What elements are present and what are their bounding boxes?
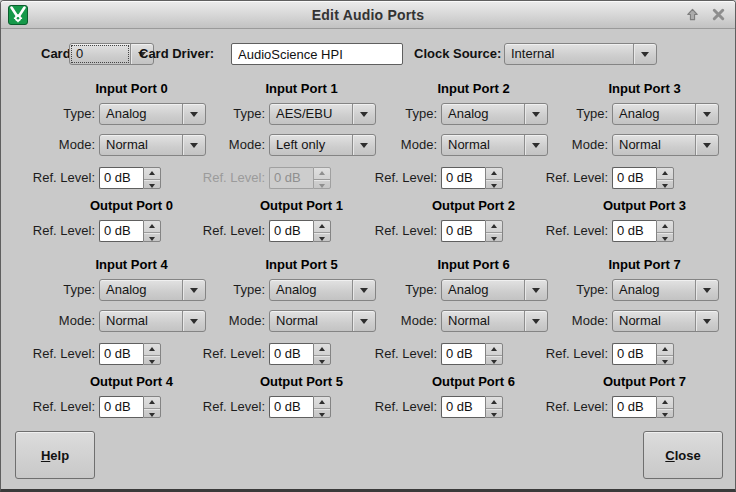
- type-label: Type:: [9, 279, 95, 301]
- spin-down-button[interactable]: [314, 233, 330, 244]
- spin-down-button[interactable]: [486, 356, 502, 367]
- port-column-3: Input Port 3 Type: Analog Mode: Normal R…: [522, 81, 719, 251]
- ref-level-spinner[interactable]: 0 dB: [612, 167, 674, 189]
- ref-level-spinner[interactable]: 0 dB: [99, 343, 161, 365]
- spin-down-button[interactable]: [144, 409, 160, 420]
- ref-level-label: Ref. Level:: [9, 167, 95, 189]
- ref-level-label: Ref. Level:: [522, 220, 608, 242]
- spin-down-button[interactable]: [486, 233, 502, 244]
- ref-level-spinner[interactable]: 0 dB: [612, 343, 674, 365]
- titlebar[interactable]: Edit Audio Ports: [1, 1, 735, 29]
- edit-audio-ports-dialog: Edit Audio Ports Card: 0 Card Driver: Cl…: [0, 0, 736, 492]
- spin-up-button[interactable]: [657, 221, 673, 233]
- input-port-header: Input Port 3: [522, 81, 719, 96]
- spin-up-button[interactable]: [314, 397, 330, 409]
- ref-level-spinner[interactable]: 0 dB: [99, 396, 161, 418]
- spin-down-button[interactable]: [657, 180, 673, 191]
- ref-level-spinner[interactable]: 0 dB: [441, 220, 503, 242]
- output-port-header: Output Port 6: [351, 374, 548, 389]
- close-button[interactable]: Close: [643, 431, 723, 479]
- input-port-header: Input Port 4: [9, 257, 206, 272]
- input-port-header: Input Port 7: [522, 257, 719, 272]
- clock-source-select[interactable]: Internal: [504, 43, 657, 65]
- spin-down-button[interactable]: [144, 233, 160, 244]
- spin-up-button[interactable]: [314, 221, 330, 233]
- spin-up-button[interactable]: [314, 344, 330, 356]
- port-column-4: Input Port 4 Type: Analog Mode: Normal R…: [9, 257, 206, 427]
- ref-level-spinner[interactable]: 0 dB: [99, 220, 161, 242]
- spin-down-button[interactable]: [657, 356, 673, 367]
- port-column-2: Input Port 2 Type: Analog Mode: Normal R…: [351, 81, 548, 251]
- ref-level-spinner[interactable]: 0 dB: [441, 396, 503, 418]
- spin-up-button[interactable]: [486, 397, 502, 409]
- ref-level-label: Ref. Level:: [522, 396, 608, 418]
- spin-down-button[interactable]: [657, 233, 673, 244]
- type-label: Type:: [179, 103, 265, 125]
- chevron-down-icon: [695, 280, 718, 300]
- chevron-down-icon: [633, 44, 656, 64]
- ref-level-spinner[interactable]: 0 dB: [612, 396, 674, 418]
- spin-up-button[interactable]: [144, 397, 160, 409]
- ref-level-label: Ref. Level:: [179, 220, 265, 242]
- help-button[interactable]: Help: [15, 431, 95, 479]
- spin-down-button[interactable]: [486, 409, 502, 420]
- output-port-header: Output Port 2: [351, 198, 548, 213]
- input-type-select[interactable]: Analog: [612, 279, 719, 301]
- port-column-5: Input Port 5 Type: Analog Mode: Normal R…: [179, 257, 376, 427]
- spin-up-button[interactable]: [486, 344, 502, 356]
- type-label: Type:: [351, 279, 437, 301]
- ref-level-label: Ref. Level:: [351, 396, 437, 418]
- output-port-header: Output Port 1: [179, 198, 376, 213]
- port-column-0: Input Port 0 Type: Analog Mode: Normal R…: [9, 81, 206, 251]
- input-mode-select[interactable]: Normal: [612, 134, 719, 156]
- ref-level-label: Ref. Level:: [9, 220, 95, 242]
- type-label: Type:: [9, 103, 95, 125]
- ref-level-label: Ref. Level:: [351, 167, 437, 189]
- spin-down-button[interactable]: [657, 409, 673, 420]
- spin-up-button[interactable]: [144, 168, 160, 180]
- ref-level-label: Ref. Level:: [179, 396, 265, 418]
- ref-level-spinner[interactable]: 0 dB: [269, 396, 331, 418]
- spin-down-button[interactable]: [486, 180, 502, 191]
- type-label: Type:: [351, 103, 437, 125]
- port-column-7: Input Port 7 Type: Analog Mode: Normal R…: [522, 257, 719, 427]
- ref-level-spinner[interactable]: 0 dB: [441, 167, 503, 189]
- ref-level-label: Ref. Level:: [351, 343, 437, 365]
- mode-label: Mode:: [522, 310, 608, 332]
- input-mode-select[interactable]: Normal: [612, 310, 719, 332]
- ref-level-spinner[interactable]: 0 dB: [612, 220, 674, 242]
- card-driver-input[interactable]: [231, 43, 403, 65]
- ref-level-label: Ref. Level:: [179, 343, 265, 365]
- input-port-header: Input Port 6: [351, 257, 548, 272]
- spin-down-button[interactable]: [314, 356, 330, 367]
- spin-up-button[interactable]: [486, 221, 502, 233]
- mode-label: Mode:: [351, 310, 437, 332]
- spin-up-button[interactable]: [144, 344, 160, 356]
- rollup-window-button[interactable]: [683, 5, 701, 23]
- spin-up-button[interactable]: [657, 344, 673, 356]
- card-driver-label: Card Driver:: [139, 43, 214, 65]
- ref-level-label: Ref. Level:: [9, 396, 95, 418]
- ref-level-spinner[interactable]: 0 dB: [269, 343, 331, 365]
- output-port-header: Output Port 5: [179, 374, 376, 389]
- output-port-header: Output Port 4: [9, 374, 206, 389]
- spin-up-button[interactable]: [486, 168, 502, 180]
- spin-up-button[interactable]: [657, 168, 673, 180]
- port-column-1: Input Port 1 Type: AES/EBU Mode: Left on…: [179, 81, 376, 251]
- mode-label: Mode:: [522, 134, 608, 156]
- chevron-down-icon: [695, 311, 718, 331]
- spin-up-button: [314, 168, 330, 180]
- spin-up-button[interactable]: [144, 221, 160, 233]
- input-port-header: Input Port 5: [179, 257, 376, 272]
- port-column-6: Input Port 6 Type: Analog Mode: Normal R…: [351, 257, 548, 427]
- ref-level-spinner[interactable]: 0 dB: [99, 167, 161, 189]
- spin-down-button[interactable]: [144, 180, 160, 191]
- ref-level-spinner[interactable]: 0 dB: [441, 343, 503, 365]
- spin-down-button[interactable]: [144, 356, 160, 367]
- ref-level-label: Ref. Level:: [9, 343, 95, 365]
- ref-level-spinner[interactable]: 0 dB: [269, 220, 331, 242]
- spin-up-button[interactable]: [657, 397, 673, 409]
- close-window-icon[interactable]: [709, 5, 727, 23]
- input-type-select[interactable]: Analog: [612, 103, 719, 125]
- spin-down-button[interactable]: [314, 409, 330, 420]
